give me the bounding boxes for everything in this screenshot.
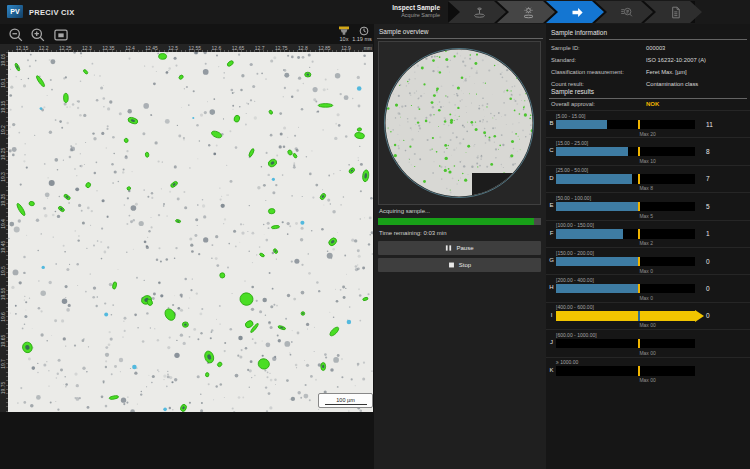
class-count-bar <box>556 366 695 376</box>
bar-fill <box>556 120 607 130</box>
info-label: Standard: <box>551 57 576 63</box>
info-label: Sample ID: <box>551 45 580 51</box>
result-row-g: [150.00 - 200.00]GMax 00 <box>546 247 750 274</box>
class-range-label: ≥ 1000.00 <box>556 359 578 365</box>
review-results-icon <box>619 5 634 20</box>
h-ruler-label: 12.5 <box>168 45 178 51</box>
class-count-value: 1 <box>706 230 710 237</box>
specimen-image[interactable]: 100 µm <box>8 52 373 412</box>
class-range-label: [15.00 - 25.00] <box>556 140 588 146</box>
objective-icon <box>338 26 350 36</box>
bar-fill <box>556 257 639 267</box>
pause-button[interactable]: Pause <box>378 241 541 255</box>
max-limit-marker <box>638 311 640 321</box>
v-ruler-label: 19.7 <box>0 359 6 369</box>
sample-information-title: Sample information <box>551 29 607 36</box>
class-range-label: [200.00 - 400.00] <box>556 277 594 283</box>
class-letter: E <box>548 202 555 208</box>
h-ruler-label: 12.8 <box>298 45 308 51</box>
class-count-value: 5 <box>706 203 710 210</box>
max-limit-label: Max 2 <box>639 240 653 246</box>
class-range-label: [400.00 - 600.00] <box>556 304 594 310</box>
class-count-bar <box>556 311 695 321</box>
scale-bar-label: 100 µm <box>336 397 354 403</box>
info-row-classification: Classification measurement: Feret Max. [… <box>546 69 750 80</box>
h-ruler-label: 12.55 <box>189 45 202 51</box>
exposure-time-label: 1.19 ms <box>348 36 376 42</box>
class-range-label: [5.00 - 15.00] <box>556 113 585 119</box>
overall-approval-label: Overall approval: <box>551 101 595 107</box>
max-limit-label: Max 5 <box>639 213 653 219</box>
h-ruler-label: 12.65 <box>232 45 245 51</box>
max-limit-label: Max 8 <box>639 185 653 191</box>
class-letter: D <box>548 175 555 181</box>
h-ruler-label: 12.6 <box>212 45 222 51</box>
v-ruler-label: 19.1 <box>0 79 6 89</box>
h-ruler-label: 12.45 <box>145 45 158 51</box>
result-row-k: ≥ 1000.00KMax 00 <box>546 357 750 384</box>
h-ruler-label: 12.3 <box>82 45 92 51</box>
v-ruler-label: 19.3 <box>0 172 6 182</box>
title-bar: PV PRECiV CIX Inspect Sample Acquire Sam… <box>0 0 750 24</box>
class-letter: G <box>548 257 555 263</box>
bar-fill <box>556 311 695 321</box>
v-ruler-label: 19.65 <box>0 335 6 348</box>
acquisition-progress-bar <box>378 218 541 225</box>
class-count-bar <box>556 202 695 212</box>
zoom-out-icon <box>8 27 24 43</box>
divider <box>377 38 543 39</box>
class-count-bar <box>556 229 695 239</box>
h-ruler-label: 12.25 <box>59 45 72 51</box>
v-ruler-label: 19.45 <box>0 241 6 254</box>
max-limit-label: Max 00 <box>639 377 655 383</box>
contamination-class-rows: [5.00 - 15.00]BMax 2011[15.00 - 25.00]CM… <box>546 110 750 388</box>
overview-title: Sample overview <box>379 28 429 35</box>
max-limit-marker <box>638 202 640 212</box>
result-row-f: [100.00 - 150.00]FMax 21 <box>546 220 750 247</box>
max-limit-label: Max 00 <box>639 322 655 328</box>
zoom-in-icon <box>30 27 46 43</box>
class-count-bar <box>556 284 695 294</box>
class-count-value: 8 <box>706 148 710 155</box>
app-title: PRECiV CIX <box>29 8 75 17</box>
class-range-label: [150.00 - 200.00] <box>556 250 594 256</box>
max-limit-label: Max 00 <box>639 350 655 356</box>
max-limit-label: Max 10 <box>639 158 655 164</box>
overall-approval-value: NOK <box>646 101 659 107</box>
class-count-value: 0 <box>706 312 710 319</box>
report-icon <box>668 5 683 20</box>
max-limit-label: Max 20 <box>639 131 655 137</box>
bar-fill <box>556 229 623 239</box>
v-ruler-label: 19.15 <box>0 101 6 114</box>
zoom-out-button[interactable] <box>8 27 24 43</box>
sample-overview-image[interactable] <box>378 41 541 205</box>
max-limit-marker <box>638 284 640 294</box>
class-letter: K <box>548 367 555 373</box>
zoom-in-button[interactable] <box>30 27 46 43</box>
workflow-step-title: Inspect Sample <box>340 4 440 12</box>
fit-to-window-button[interactable] <box>53 27 69 43</box>
progress-fill <box>378 218 534 225</box>
acquisition-settings-icon <box>521 5 536 20</box>
app-window: PV PRECiV CIX Inspect Sample Acquire Sam… <box>0 0 750 469</box>
max-limit-marker <box>638 120 640 130</box>
v-ruler-label: 19.75 <box>0 381 6 394</box>
info-row-standard: Standard: ISO 16232-10:2007 (A) <box>546 57 750 68</box>
v-ruler-label: 19.5 <box>0 266 6 276</box>
stop-button[interactable]: Stop <box>378 258 541 272</box>
v-ruler-label: 19.05 <box>0 54 6 67</box>
result-row-d: [25.00 - 50.00]DMax 87 <box>546 165 750 192</box>
workflow-step-stage[interactable] <box>448 1 506 23</box>
sample-results-title: Sample results <box>551 88 594 95</box>
class-letter: B <box>548 120 555 126</box>
result-row-j: [600.00 - 1000.00]JMax 00 <box>546 329 750 356</box>
v-ruler-label: 19.55 <box>0 288 6 301</box>
max-limit-marker <box>638 229 640 239</box>
stop-button-label: Stop <box>459 262 471 268</box>
class-count-value: 11 <box>706 121 713 128</box>
v-ruler-label: 19.2 <box>0 125 6 135</box>
class-letter: F <box>548 230 555 236</box>
app-logo: PV <box>7 5 23 18</box>
bar-fill <box>556 147 628 157</box>
stage-icon <box>472 5 487 20</box>
